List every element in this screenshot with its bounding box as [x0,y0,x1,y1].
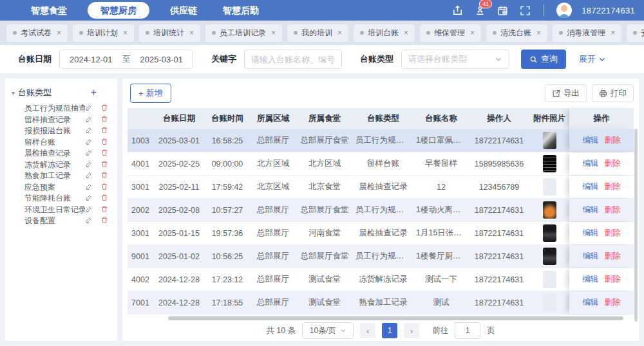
table-row[interactable]: 30012025-01-1519:57:36总部展厅河南食堂晨检抽查记录1月15… [128,222,634,245]
edit-link[interactable]: 编辑 [583,228,599,239]
share-icon[interactable] [451,4,464,17]
delete-icon[interactable] [100,138,108,147]
close-icon[interactable]: × [123,28,128,37]
attachment-thumbnail[interactable] [543,224,556,242]
attachment-thumbnail[interactable] [543,132,556,149]
delete-link[interactable]: 删除 [605,205,621,215]
delete-link[interactable]: 删除 [605,181,621,192]
search-button[interactable]: 查询 [521,50,566,69]
delete-icon[interactable] [100,126,108,136]
tree-item-label[interactable]: 熟食加工记录 [24,170,85,181]
edit-link[interactable]: 编辑 [583,274,599,285]
tree-item[interactable]: 熟食加工记录 [24,170,111,182]
attachment-thumbnail[interactable] [543,294,556,311]
tab-item[interactable]: 培训台账× [354,24,415,42]
tree-item-label[interactable]: 留样台账 [24,137,85,148]
close-icon[interactable]: × [536,28,541,37]
delete-icon[interactable] [100,194,108,203]
tree-item-label[interactable]: 冻货解冻记录 [24,159,85,170]
caret-down-icon[interactable]: ▾ [12,89,15,96]
table-row[interactable]: 90012025-01-0210:56:25总部展厅总部展厅食堂员工行为规范抽.… [128,245,634,268]
tree-item-label[interactable]: 报损报溢台账 [24,125,85,136]
table-row[interactable]: 30012025-02-1117:59:42北京区域北京食堂晨检抽查记录1212… [128,176,634,199]
type-select[interactable]: 请选择台账类型 [401,50,509,69]
close-icon[interactable]: × [189,28,194,37]
vertical-scrollbar[interactable] [634,129,638,322]
table-row[interactable]: 10032025-03-0116:58:25总部展厅总部展厅食堂员工行为规范抽.… [128,129,634,152]
keyword-input[interactable] [244,50,342,69]
close-icon[interactable]: × [337,28,342,37]
edit-icon[interactable] [85,205,93,215]
date-start-value[interactable]: 2024-12-01 [70,55,113,64]
add-record-button[interactable]: + 新增 [130,84,171,103]
delete-icon[interactable] [100,205,108,215]
delete-link[interactable]: 删除 [605,274,621,285]
goto-page-input[interactable] [455,322,480,339]
tree-item[interactable]: 员工行为规范抽查记录 [24,103,111,114]
tree-item-label[interactable]: 员工行为规范抽查记录 [24,103,85,114]
topnav-item[interactable]: 智慧后勤 [218,2,264,19]
tree-item-label[interactable]: 留样抽查记录 [24,114,85,125]
tree-item-label[interactable]: 设备配置 [24,215,85,226]
topnav-item[interactable]: 智慧食堂 [26,2,72,19]
delete-link[interactable]: 删除 [605,251,621,262]
delete-icon[interactable] [100,160,108,170]
edit-icon[interactable] [85,115,93,125]
topnav-item[interactable]: 智慧厨房 [88,2,149,19]
calendar-clock-icon[interactable] [496,4,509,17]
tab-item[interactable]: 我的培训× [287,24,348,42]
edit-link[interactable]: 编辑 [583,251,599,262]
page-size-select[interactable]: 10条/页 [302,322,354,339]
fullscreen-icon[interactable] [518,4,531,17]
delete-icon[interactable] [100,216,108,226]
table-row[interactable]: 40022024-12-2817:23:12总部展厅测试食堂冻货解冻记录测试一下… [128,268,634,291]
tab-item[interactable]: 培训计划× [73,24,134,42]
tree-item[interactable]: 应急预案 [24,182,111,194]
tab-item[interactable]: 维保管理× [420,24,481,42]
print-button[interactable]: 打印 [592,84,634,102]
tree-item[interactable]: 留样台账 [24,137,111,149]
tab-item[interactable]: 清洗台账× [486,24,547,42]
tab-item[interactable]: 安全日活动× [627,24,644,42]
attachment-thumbnail[interactable] [543,178,556,196]
close-icon[interactable]: × [404,28,408,37]
close-icon[interactable]: × [611,28,615,37]
delete-link[interactable]: 删除 [605,158,621,169]
edit-icon[interactable] [85,160,93,170]
delete-icon[interactable] [100,104,108,113]
edit-link[interactable]: 编辑 [583,205,599,215]
tree-item-label[interactable]: 晨检抽查记录 [24,148,85,159]
tree-item-label[interactable]: 应急预案 [24,182,85,193]
tree-item[interactable]: 节能降耗台账 [24,193,111,205]
delete-icon[interactable] [100,149,108,158]
delete-link[interactable]: 删除 [605,228,621,239]
attachment-thumbnail[interactable] [543,201,556,219]
add-type-icon[interactable]: + [91,88,111,97]
delete-icon[interactable] [100,171,108,181]
user-phone[interactable]: 18722174631 [582,6,635,15]
table-row[interactable]: 70012024-12-2817:18:55总部展厅测试食堂熟食加工记录测试18… [128,291,634,314]
next-page-button[interactable]: › [404,323,419,338]
close-icon[interactable]: × [271,28,276,37]
table-row[interactable]: 20022025-02-0810:57:27总部展厅总部展厅食堂员工行为规范抽.… [128,199,634,222]
attachment-thumbnail[interactable] [543,248,556,265]
avatar[interactable] [556,3,572,18]
edit-link[interactable]: 编辑 [583,181,599,192]
prev-page-button[interactable]: ‹ [360,323,375,338]
tree-item[interactable]: 留样抽查记录 [24,114,111,126]
tree-item[interactable]: 环境卫生日常记录 [24,205,111,216]
export-button[interactable]: 导出 [545,84,587,102]
delete-icon[interactable] [100,183,108,192]
delete-link[interactable]: 删除 [605,297,621,308]
date-end-value[interactable]: 2025-03-01 [140,55,184,64]
edit-icon[interactable] [85,138,93,147]
close-icon[interactable]: × [470,28,475,37]
attachment-thumbnail[interactable] [543,271,556,288]
expand-filters-link[interactable]: 展开 [579,53,606,65]
tree-item[interactable]: 设备配置 [24,215,111,227]
edit-icon[interactable] [85,149,93,158]
tab-item[interactable]: 消毒液管理× [553,24,621,42]
tree-root-node[interactable]: ▾ 台账类型 + [12,87,111,98]
tree-item[interactable]: 晨检抽查记录 [24,148,111,159]
edit-icon[interactable] [85,194,93,203]
